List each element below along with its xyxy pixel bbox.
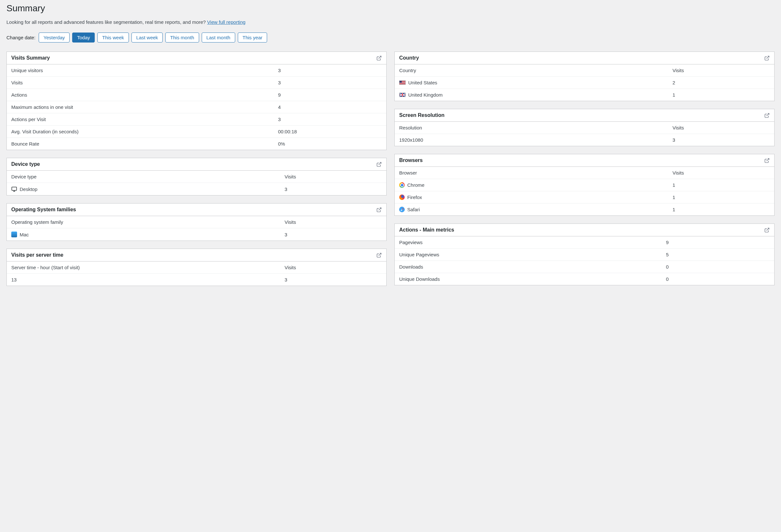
mac-icon <box>11 231 17 237</box>
row-label: 1920x1080 <box>395 134 668 146</box>
table-row: United Kingdom 1 <box>395 89 774 101</box>
row-value: 3 <box>280 228 386 241</box>
row-label: Firefox <box>407 194 422 200</box>
metric-value: 4 <box>278 104 382 110</box>
intro-text: Looking for all reports and advanced fea… <box>6 19 775 25</box>
card-title: Visits per server time <box>11 252 64 258</box>
svg-line-8 <box>767 114 769 116</box>
date-button-group: Yesterday Today This week Last week This… <box>39 33 267 43</box>
visits-summary-card: Visits Summary Unique visitors3 Visits3 … <box>6 51 386 150</box>
os-families-card: Operating System families Operating syst… <box>6 203 386 241</box>
metric-value: 9 <box>278 92 382 98</box>
metric-label: Unique visitors <box>11 68 278 73</box>
svg-line-7 <box>767 56 769 59</box>
row-value: 1 <box>668 191 774 204</box>
metric-row: Unique visitors3 <box>7 64 386 77</box>
col-key: Operating system family <box>7 216 280 228</box>
country-card: Country Country Visits United States <box>395 51 775 101</box>
flag-uk-icon <box>399 93 406 97</box>
row-value: 2 <box>668 77 774 89</box>
external-link-icon[interactable] <box>764 113 770 118</box>
row-label: United States <box>408 80 437 85</box>
metric-label: Avg. Visit Duration (in seconds) <box>11 129 278 134</box>
card-body: Unique visitors3 Visits3 Actions9 Maximu… <box>7 64 386 150</box>
svg-rect-2 <box>12 187 17 190</box>
external-link-icon[interactable] <box>764 55 770 61</box>
metric-label: Bounce Rate <box>11 141 278 146</box>
metric-label: Visits <box>11 80 278 85</box>
actions-main-metrics-card: Actions - Main metrics Pageviews9 Unique… <box>395 223 775 285</box>
table-row: United States 2 <box>395 77 774 89</box>
firefox-icon <box>399 194 405 200</box>
screen-resolution-card: Screen Resolution Resolution Visits 1920… <box>395 109 775 146</box>
table-row: Desktop 3 <box>7 183 386 195</box>
date-last-week-button[interactable]: Last week <box>131 33 163 43</box>
table-header-row: Device type Visits <box>7 171 386 183</box>
row-value: 1 <box>668 89 774 101</box>
metric-value: 3 <box>278 117 382 122</box>
row-label: 13 <box>7 274 280 286</box>
card-title: Screen Resolution <box>399 113 444 118</box>
card-body: Pageviews9 Unique Pageviews5 Downloads0 … <box>395 236 774 285</box>
table-header-row: Resolution Visits <box>395 122 774 134</box>
intro-text-span: Looking for all reports and advanced fea… <box>6 19 207 25</box>
external-link-icon[interactable] <box>376 207 382 213</box>
col-val: Visits <box>280 171 386 183</box>
metric-row: Downloads0 <box>395 261 774 273</box>
metric-value: 0 <box>666 264 770 270</box>
external-link-icon[interactable] <box>764 158 770 163</box>
external-link-icon[interactable] <box>376 55 382 61</box>
date-yesterday-button[interactable]: Yesterday <box>39 33 70 43</box>
col-val: Visits <box>668 122 774 134</box>
metric-label: Unique Downloads <box>399 276 666 282</box>
metric-row: Unique Downloads0 <box>395 273 774 285</box>
col-val: Visits <box>280 262 386 274</box>
metric-row: Actions9 <box>7 89 386 101</box>
metric-row: Unique Pageviews5 <box>395 249 774 261</box>
flag-us-icon <box>399 81 406 85</box>
table-header-row: Country Visits <box>395 64 774 77</box>
date-this-week-button[interactable]: This week <box>97 33 129 43</box>
card-title: Actions - Main metrics <box>399 227 454 233</box>
row-value: 1 <box>668 204 774 216</box>
metric-row: Pageviews9 <box>395 236 774 249</box>
table-row: Firefox 1 <box>395 191 774 204</box>
svg-line-6 <box>379 253 381 256</box>
change-date-row: Change date: Yesterday Today This week L… <box>6 33 775 43</box>
metric-label: Unique Pageviews <box>399 252 666 257</box>
col-key: Resolution <box>395 122 668 134</box>
view-full-reporting-link[interactable]: View full reporting <box>207 19 246 25</box>
external-link-icon[interactable] <box>376 253 382 258</box>
external-link-icon[interactable] <box>764 227 770 233</box>
col-key: Device type <box>7 171 280 183</box>
metric-label: Downloads <box>399 264 666 270</box>
metric-value: 9 <box>666 239 770 245</box>
desktop-icon <box>11 186 17 192</box>
svg-line-0 <box>379 56 381 59</box>
visits-per-server-time-card: Visits per server time Server time - hou… <box>6 249 386 286</box>
page-title: Summary <box>6 3 775 13</box>
col-val: Visits <box>668 64 774 77</box>
card-title: Operating System families <box>11 207 76 213</box>
date-this-year-button[interactable]: This year <box>238 33 268 43</box>
metric-value: 3 <box>278 80 382 85</box>
svg-line-5 <box>379 208 381 210</box>
row-label: Desktop <box>19 186 37 192</box>
date-last-month-button[interactable]: Last month <box>202 33 235 43</box>
table-row: Safari 1 <box>395 204 774 216</box>
date-today-button[interactable]: Today <box>72 33 95 43</box>
external-link-icon[interactable] <box>376 162 382 167</box>
metric-value: 5 <box>666 252 770 257</box>
date-this-month-button[interactable]: This month <box>165 33 199 43</box>
table-row: 1920x1080 3 <box>395 134 774 146</box>
svg-line-10 <box>767 228 769 231</box>
row-value: 3 <box>280 183 386 195</box>
svg-line-1 <box>379 162 381 165</box>
table-row: Mac 3 <box>7 228 386 241</box>
metric-value: 0% <box>278 141 382 146</box>
chrome-icon <box>399 182 405 188</box>
card-title: Browsers <box>399 158 423 163</box>
col-val: Visits <box>280 216 386 228</box>
table-header-row: Operating system family Visits <box>7 216 386 228</box>
col-val: Visits <box>668 167 774 179</box>
